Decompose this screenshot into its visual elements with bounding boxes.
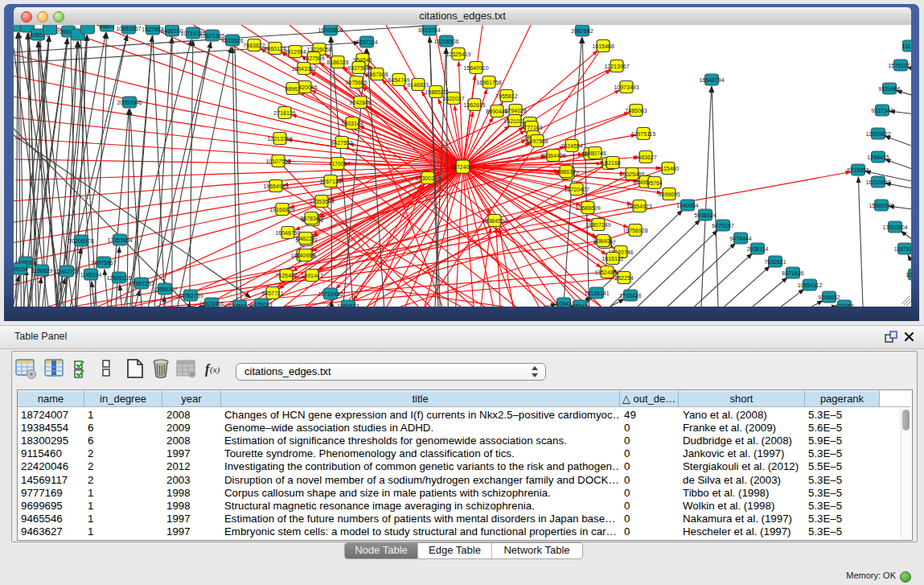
svg-text:3675685: 3675685 — [345, 80, 367, 85]
svg-text:1080748: 1080748 — [584, 150, 606, 156]
svg-text:20206578: 20206578 — [68, 238, 93, 244]
svg-text:10782759: 10782759 — [178, 293, 203, 299]
svg-text:8813054: 8813054 — [418, 27, 440, 33]
svg-text:9777169: 9777169 — [520, 125, 542, 130]
svg-text:36607: 36607 — [99, 25, 115, 29]
svg-text:2867608: 2867608 — [366, 72, 388, 77]
svg-text:1145194: 1145194 — [80, 272, 102, 278]
svg-text:8215958: 8215958 — [847, 167, 869, 173]
svg-text:1244415: 1244415 — [867, 154, 889, 160]
svg-text:7955812: 7955812 — [495, 93, 517, 99]
svg-text:8186328: 8186328 — [326, 60, 348, 65]
svg-text:62168: 62168 — [605, 160, 621, 166]
svg-text:13226058: 13226058 — [306, 47, 331, 52]
svg-text:5322037: 5322037 — [442, 96, 464, 101]
svg-text:16033809: 16033809 — [318, 27, 343, 33]
svg-text:7485063: 7485063 — [625, 108, 647, 113]
svg-text:9245652: 9245652 — [818, 295, 840, 300]
svg-text:10107553: 10107553 — [265, 159, 290, 164]
svg-text:12213967: 12213967 — [604, 64, 629, 69]
svg-text:7625402: 7625402 — [275, 273, 297, 278]
svg-text:972450: 972450 — [835, 303, 853, 307]
svg-text:2803144: 2803144 — [341, 121, 363, 126]
svg-text:20053346: 20053346 — [117, 100, 142, 105]
svg-text:7357224: 7357224 — [355, 39, 377, 45]
svg-text:10654112: 10654112 — [798, 282, 823, 288]
svg-text:19218506: 19218506 — [433, 39, 458, 44]
svg-text:86041: 86041 — [572, 303, 588, 307]
svg-text:9329966: 9329966 — [878, 86, 900, 92]
svg-text:8076013: 8076013 — [250, 302, 272, 307]
svg-text:6479197: 6479197 — [712, 223, 733, 229]
svg-text:15716485: 15716485 — [318, 291, 343, 297]
svg-text:13524851: 13524851 — [594, 270, 619, 275]
svg-text:9115460: 9115460 — [658, 166, 680, 171]
svg-text:12975115: 12975115 — [631, 131, 656, 137]
svg-text:17353934: 17353934 — [107, 237, 132, 243]
svg-text:15720407: 15720407 — [564, 187, 589, 192]
svg-text:7663822: 7663822 — [243, 43, 265, 48]
svg-text:12093822: 12093822 — [865, 131, 890, 137]
svg-text:10958107: 10958107 — [152, 286, 177, 292]
svg-text:10653267: 10653267 — [116, 26, 141, 31]
svg-text:15640910: 15640910 — [463, 65, 488, 71]
svg-text:39154: 39154 — [14, 266, 28, 272]
svg-text:15136141: 15136141 — [584, 290, 609, 296]
svg-text:10688609: 10688609 — [575, 205, 600, 211]
svg-text:9860124: 9860124 — [264, 46, 285, 51]
svg-text:5938924: 5938924 — [694, 212, 716, 218]
svg-text:798637: 798637 — [556, 169, 575, 175]
svg-text:548222: 548222 — [296, 236, 314, 241]
svg-text:16210643: 16210643 — [865, 179, 890, 185]
svg-text:11923466: 11923466 — [199, 301, 224, 307]
svg-text:16543362: 16543362 — [291, 66, 316, 72]
svg-text:9327509: 9327509 — [302, 56, 324, 61]
svg-text:1064523: 1064523 — [337, 303, 359, 307]
svg-text:8912954: 8912954 — [284, 49, 306, 55]
svg-text:19166829: 19166829 — [269, 207, 294, 212]
svg-text:17957253: 17957253 — [129, 281, 154, 286]
svg-text:12353594: 12353594 — [309, 199, 334, 204]
svg-text:1691447: 1691447 — [301, 273, 322, 278]
svg-text:9245012: 9245012 — [228, 303, 250, 307]
svg-text:12213369: 12213369 — [267, 136, 292, 142]
svg-text:11172: 11172 — [902, 43, 911, 49]
svg-text:3267130: 3267130 — [319, 179, 341, 184]
svg-text:19756928: 19756928 — [622, 228, 647, 233]
svg-text:7515526: 7515526 — [221, 38, 243, 43]
svg-text:3624554: 3624554 — [561, 143, 582, 149]
svg-text:252254: 252254 — [614, 275, 633, 281]
svg-text:19654983: 19654983 — [263, 183, 288, 189]
svg-text:16648794: 16648794 — [699, 77, 724, 83]
svg-text:7632621: 7632621 — [764, 259, 786, 265]
svg-text:(x): (x) — [210, 365, 220, 375]
svg-text:12505135: 12505135 — [106, 275, 131, 281]
svg-text:16046758: 16046758 — [275, 230, 300, 236]
svg-text:19654923: 19654923 — [626, 204, 651, 209]
svg-text:17010504: 17010504 — [882, 225, 907, 230]
svg-text:2087682: 2087682 — [571, 28, 593, 34]
svg-text:6794028: 6794028 — [504, 108, 526, 113]
svg-text:2718126: 2718126 — [273, 110, 295, 116]
svg-text:10973493: 10973493 — [614, 84, 639, 90]
svg-text:18807249: 18807249 — [585, 222, 610, 228]
svg-text:120403: 120403 — [906, 272, 911, 278]
svg-text:1588520: 1588520 — [425, 89, 446, 95]
svg-text:1640954: 1640954 — [676, 203, 698, 208]
svg-text:9699695: 9699695 — [658, 192, 680, 197]
svg-text:9463627: 9463627 — [634, 154, 656, 160]
svg-text:1362615: 1362615 — [463, 102, 485, 108]
svg-text:15751074: 15751074 — [888, 63, 911, 68]
svg-text:9242848: 9242848 — [349, 100, 371, 105]
svg-text:9474444: 9474444 — [729, 236, 751, 241]
svg-text:16961758: 16961758 — [476, 80, 501, 85]
svg-text:9227342: 9227342 — [871, 108, 893, 113]
svg-text:10943: 10943 — [556, 301, 572, 307]
svg-text:18300295: 18300295 — [415, 175, 440, 181]
svg-text:19975867: 19975867 — [91, 260, 116, 266]
svg-text:1615132: 1615132 — [602, 256, 623, 262]
svg-text:98961: 98961 — [285, 86, 301, 92]
svg-text:1733426: 1733426 — [619, 293, 641, 299]
svg-text:1615488: 1615488 — [592, 43, 614, 49]
svg-text:1167531: 1167531 — [894, 246, 911, 252]
